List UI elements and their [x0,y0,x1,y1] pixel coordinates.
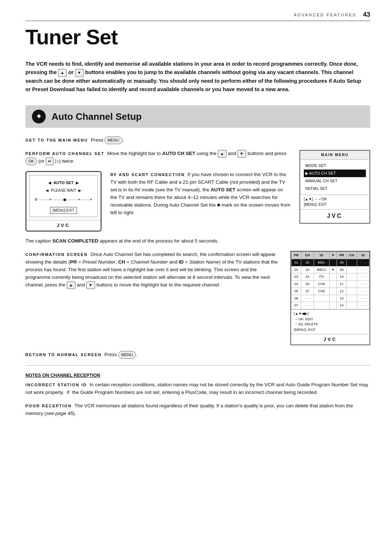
confirm-nav: [▲▼◀▶] [294,311,367,317]
step-return: RETURN TO NORMAL SCREEN Press MENU. [25,351,370,359]
notes-title: NOTES ON CHANNEL RECEPTION [25,372,370,379]
cell-pr2: 08 [337,259,347,266]
enter-btn: ↵ [46,158,54,165]
section-label: ADVANCED FEATURES [294,13,356,17]
cell-ch: 26 [301,259,314,266]
menu-item-initial-set: INITIAL SET [304,185,366,192]
th-id: ID [314,252,329,259]
step-label-incorrect: INCORRECT STATION ID [25,383,87,387]
th-pr2: PR [337,252,347,259]
menu-item-mode-set: MODE SET [304,162,366,170]
up-arrow-btn: ▲ [218,150,226,158]
tv-progress-bar: 0-----+-----■-----+----+ [33,196,94,203]
step-poor-reception: POOR RECEPTION The VCR memorises all sta… [25,402,370,417]
cell-pr: 01 [291,259,301,266]
table-row: 04 30 CH4 11 · · · · [291,281,369,288]
main-menu-title: MAIN MENU [300,151,369,160]
table-row: 05 37 CH5 12 · · · · [291,288,369,295]
star-icon: ✦ [32,110,46,123]
th-pr: PR [291,252,301,259]
down-arrow-btn2: ▼ [86,281,95,289]
table-row: 07 · · · · 14 · · · · [291,302,369,309]
down-button-icon: ▼ [75,69,84,77]
main-menu-jvc-logo: JVC [300,209,369,223]
tv-auto-set-label: ◀ AUTO SET ▶ [33,180,94,186]
content-body: GET TO THE MAIN MENU Press MENU. MAIN ME… [25,137,370,417]
confirm-exit: [MENU]: EXIT [294,327,367,333]
section-header: ✦ Auto Channel Setup [25,105,370,128]
wait-right-arrow: ▶ [78,188,81,194]
step-label-perform: PERFORM AUTO CHANNEL SET [25,151,105,156]
page-number: 43 [363,11,370,19]
th-ch: CH [301,252,314,259]
step-get-to-menu: GET TO THE MAIN MENU Press MENU. [25,137,370,144]
main-menu-items: MODE SET ▶ AUTO CH SET MANUAL CH SET INI… [300,160,369,195]
cell-id: BBC [314,259,329,266]
tv-screen-inner: ◀ AUTO SET ▶ ◀ PLEASE WAIT ▶ 0-----+----… [29,175,98,217]
page-container: ADVANCED FEATURES 43 Tuner Set The VCR n… [0,0,392,445]
th-ch2: CH [347,252,357,259]
header-bar: ADVANCED FEATURES 43 [25,11,370,21]
section-title: Auto Channel Setup [52,111,142,122]
th-id2: ID [357,252,369,259]
step-label-confirmation: CONFIRMATION SCREEN [25,252,88,257]
cell-ch2 [347,259,357,266]
wait-left-arrow: ◀ [46,188,49,194]
confirm-table-header: PR CH ID ✦ PR CH ID [291,252,369,259]
up-button-icon: ▲ [58,69,67,77]
down-arrow-btn: ▼ [237,150,246,158]
confirm-footer: [▲▼◀▶] → OK: EDIT → [X]: DELETE [MENU]: … [291,309,369,334]
main-menu-graphic: MAIN MENU MODE SET ▶ AUTO CH SET MANUAL … [299,150,370,223]
tv-exit-label: [MENU]:EXIT [50,207,77,214]
confirm-ok: → OK: EDIT [294,317,367,322]
cell-id2: · · · · [357,259,369,266]
step-label-rf-scart: RF AND SCART CONNECTION [110,172,185,177]
table-row: 03 23 ITV 10 · · · · [291,273,369,281]
divider [25,365,370,366]
step-label-poor: POOR RECEPTION [25,404,72,408]
please-wait-text: PLEASE WAIT [51,187,76,193]
confirm-jvc-logo: JVC [291,334,369,345]
th-divider: ✦ [329,252,336,259]
step-label-get-menu: GET TO THE MAIN MENU [25,138,88,142]
main-menu-footer: [▲▼] → ✓OK [MENU]: EXIT [300,195,369,209]
menu-footer-line2: [MENU]: EXIT [304,202,366,208]
auto-set-text: AUTO SET [53,180,73,186]
menu-item-manual-ch-set: MANUAL CH SET [304,177,366,185]
cell-div [329,259,336,266]
auto-set-left-arrow: ◀ [48,180,51,186]
intro-paragraph: The VCR needs to find, identify and memo… [25,60,367,94]
scan-completed-text: The caption SCAN COMPLETED appears at th… [25,237,370,245]
page-title: Tuner Set [25,25,370,49]
step-label-return: RETURN TO NORMAL SCREEN [25,353,102,357]
table-row: 01 26 BBC 08 · · · · [291,259,369,266]
confirm-table: PR CH ID ✦ PR CH ID 01 26 [291,252,369,309]
confirm-table-graphic: PR CH ID ✦ PR CH ID 01 26 [290,251,370,345]
tv-screen-graphic: ◀ AUTO SET ▶ ◀ PLEASE WAIT ▶ 0-----+----… [25,171,102,232]
confirm-delete: → [X]: DELETE [294,322,367,327]
tv-please-wait-label: ◀ PLEASE WAIT ▶ [33,187,94,193]
confirmation-section: PR CH ID ✦ PR CH ID 01 26 [25,251,370,351]
auto-set-right-arrow: ▶ [76,180,79,186]
up-arrow-btn2: ▲ [67,281,75,289]
menu-button-icon: MENU [105,137,122,144]
step-incorrect-id: INCORRECT STATION ID In certain receptio… [25,381,370,396]
ok-button-icon: OK [25,158,37,165]
table-row: 02 33 BBC2 ✦ 09 · · · · [291,266,369,273]
table-row: 06 · · · · 13 · · · · [291,295,369,302]
menu-item-auto-ch-set: ▶ AUTO CH SET [304,170,366,177]
tv-jvc-logo: JVC [26,220,101,231]
menu-footer-line1: [▲▼] → ✓OK [304,196,366,202]
menu-button-return-icon: MENU [118,351,136,359]
